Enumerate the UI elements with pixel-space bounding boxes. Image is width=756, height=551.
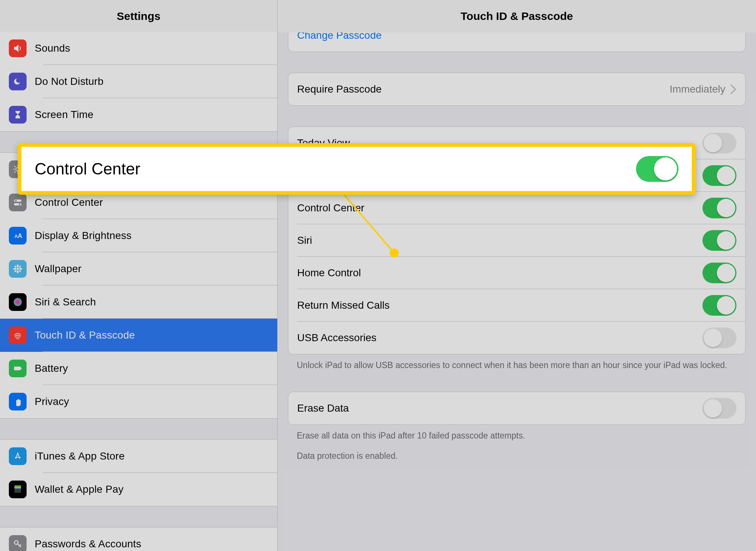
sidebar-title: Settings [117, 10, 160, 22]
svg-point-12 [19, 204, 21, 205]
detail-pane[interactable]: Change Passcode Require Passcode Immedia… [278, 32, 756, 551]
svg-line-8 [14, 171, 16, 173]
hand-icon [9, 393, 27, 410]
require-passcode-group: Require Passcode Immediately [288, 73, 746, 106]
sidebar-item-do-not-disturb[interactable]: Do Not Disturb [0, 65, 277, 98]
sidebar-item-privacy[interactable]: Privacy [0, 385, 277, 418]
home-control-toggle[interactable] [702, 263, 736, 283]
callout-highlight: Control Center [18, 143, 695, 195]
svg-point-22 [14, 270, 17, 272]
erase-data-row[interactable]: Erase Data [288, 392, 745, 424]
svg-rect-26 [21, 368, 22, 369]
erase-data-note-1: Erase all data on this iPad after 10 fai… [288, 425, 746, 441]
sidebar-item-label: Privacy [35, 396, 69, 408]
svg-rect-30 [14, 485, 21, 487]
control-center-label: Control Center [297, 202, 702, 214]
today-view-toggle[interactable] [702, 133, 736, 153]
callout-label: Control Center [35, 160, 645, 178]
svg-text:A: A [18, 232, 22, 239]
home-control-row[interactable]: Home Control [288, 257, 745, 289]
sidebar-item-siri-search[interactable]: Siri & Search [0, 285, 277, 319]
svg-point-24 [14, 298, 22, 306]
siri-icon [9, 293, 27, 311]
require-passcode-value: Immediately [670, 83, 725, 95]
control-center-toggle[interactable] [702, 198, 736, 218]
sidebar-item-screen-time[interactable]: Screen Time [0, 98, 277, 131]
usb-accessories-toggle[interactable] [702, 328, 736, 348]
erase-data-note-2: Data protection is enabled. [288, 441, 746, 462]
hourglass-icon [9, 106, 27, 124]
sidebar-item-sounds[interactable]: Sounds [0, 32, 277, 65]
fingerprint-icon [9, 326, 27, 344]
sidebar-item-label: Wallpaper [35, 263, 82, 275]
svg-point-16 [17, 264, 19, 267]
change-passcode-row[interactable]: Change Passcode [288, 32, 745, 52]
svg-point-17 [17, 270, 19, 273]
sidebar-item-label: iTunes & App Store [35, 450, 125, 462]
text-size-icon: AA [9, 227, 27, 245]
header-left: Settings [0, 0, 278, 32]
battery-icon [9, 360, 27, 377]
erase-data-group: Erase Data [288, 392, 746, 425]
sidebar-item-label: Display & Brightness [35, 230, 131, 242]
flower-icon [9, 260, 27, 278]
siri-label: Siri [297, 235, 702, 246]
svg-point-20 [14, 265, 17, 268]
siri-toggle[interactable] [702, 230, 736, 251]
svg-line-5 [14, 166, 16, 167]
sidebar-item-label: Passwords & Accounts [35, 538, 141, 550]
sidebar-item-label: Screen Time [35, 109, 93, 121]
sidebar-item-label: Wallet & Apple Pay [35, 484, 124, 495]
control-center-row[interactable]: Control Center [288, 192, 745, 224]
switches-icon [9, 194, 27, 211]
speaker-icon [9, 39, 27, 57]
sidebar-item-itunes-appstore[interactable]: iTunes & App Store [0, 440, 277, 473]
settings-sidebar[interactable]: SoundsDo Not DisturbScreen TimeGeneralCo… [0, 32, 278, 551]
pane-title: Touch ID & Passcode [461, 10, 573, 22]
svg-point-23 [18, 270, 21, 272]
sidebar-item-label: Control Center [35, 197, 103, 208]
require-passcode-label: Require Passcode [297, 83, 670, 95]
sidebar-item-label: Do Not Disturb [35, 76, 103, 87]
return-missed-calls-toggle[interactable] [702, 295, 736, 316]
svg-point-19 [19, 268, 22, 270]
key-icon [9, 535, 27, 551]
notification-center-toggle[interactable] [702, 165, 736, 186]
header: Settings Touch ID & Passcode [0, 0, 756, 32]
usb-accessories-row[interactable]: USB Accessories [288, 322, 745, 354]
usb-accessories-note: Unlock iPad to allow USB accessories to … [288, 354, 746, 371]
sidebar-item-wallet-applepay[interactable]: Wallet & Apple Pay [0, 473, 277, 506]
sidebar-item-display-brightness[interactable]: AADisplay & Brightness [0, 219, 277, 252]
usb-accessories-label: USB Accessories [297, 332, 702, 344]
erase-data-toggle[interactable] [702, 398, 736, 419]
siri-row[interactable]: Siri [288, 224, 745, 257]
change-passcode-link[interactable]: Change Passcode [297, 32, 382, 41]
wallet-icon [9, 481, 27, 498]
return-missed-calls-row[interactable]: Return Missed Calls [288, 289, 745, 322]
sidebar-item-label: Siri & Search [35, 296, 96, 308]
sidebar-item-label: Battery [35, 363, 68, 374]
passcode-group: Change Passcode [288, 32, 746, 52]
moon-icon [9, 73, 27, 90]
header-right: Touch ID & Passcode [278, 0, 756, 32]
home-control-label: Home Control [297, 267, 702, 279]
callout-toggle[interactable] [636, 156, 678, 182]
svg-point-21 [18, 265, 21, 268]
svg-point-10 [15, 200, 17, 202]
sidebar-item-label: Sounds [35, 42, 70, 54]
sidebar-item-label: Touch ID & Passcode [35, 329, 135, 341]
return-missed-calls-label: Return Missed Calls [297, 299, 702, 311]
sidebar-item-touch-id-passcode[interactable]: Touch ID & Passcode [0, 319, 277, 352]
svg-point-15 [17, 268, 19, 270]
sidebar-item-battery[interactable]: Battery [0, 352, 277, 385]
erase-data-label: Erase Data [297, 402, 702, 414]
require-passcode-row[interactable]: Require Passcode Immediately [288, 73, 745, 105]
chevron-right-icon [731, 84, 736, 94]
sidebar-item-passwords-accounts[interactable]: Passwords & Accounts [0, 527, 277, 551]
svg-rect-25 [14, 367, 21, 370]
svg-point-18 [13, 268, 16, 270]
appstore-icon [9, 447, 27, 465]
sidebar-item-wallpaper[interactable]: Wallpaper [0, 252, 277, 285]
